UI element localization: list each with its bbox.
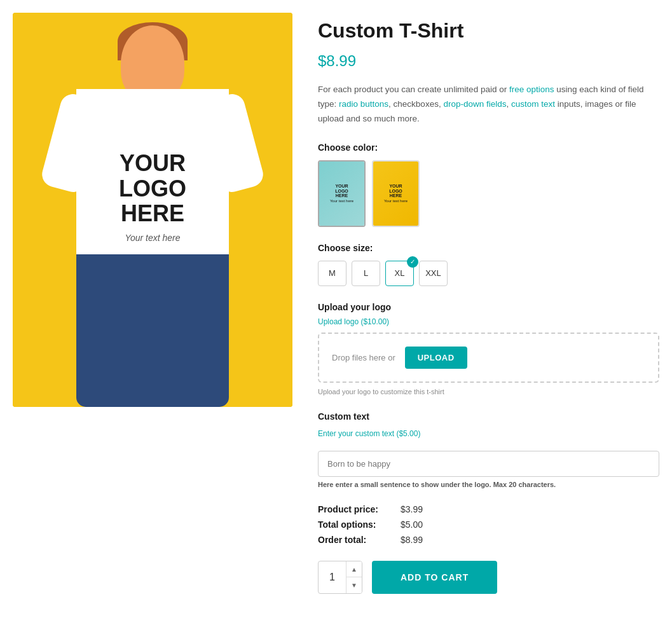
size-btn-xxl[interactable]: XXL [419,261,448,286]
custom-text-price: ($5.00) [396,429,420,438]
radio-link[interactable]: radio buttons [339,99,388,109]
drop-text: Drop files here or [332,353,395,362]
total-options-value: $5.00 [401,519,423,530]
size-label: Choose size: [318,243,659,253]
shirt-text-overlay: YOUR LOGO HERE Your text here [119,151,186,243]
max-chars: 20 [509,481,516,488]
size-btn-xl[interactable]: XL ✓ [385,261,414,286]
size-btn-m[interactable]: M [318,261,346,286]
quantity-controls: ▲ ▼ [346,561,362,593]
product-description: For each product you can create unlimite… [318,83,659,127]
product-price: $8.99 [318,52,659,70]
upload-price: ($10.00) [360,317,389,326]
pricing-summary: Product price: $3.99 Total options: $5.0… [318,504,659,545]
dropdown-link[interactable]: drop-down fields [443,99,506,109]
size-options: M L XL ✓ XXL [318,261,659,286]
color-label: Choose color: [318,142,659,153]
order-total-row: Order total: $8.99 [318,535,659,545]
total-options-label: Total options: [318,519,401,530]
yellow-swatch-inner: YOURLOGOHEREYour text here [373,161,418,226]
order-total-value: $8.99 [401,535,423,545]
product-details: Custom T-Shirt $8.99 For each product yo… [318,13,659,594]
custom-text-input[interactable] [318,451,659,477]
free-options-link[interactable]: free options [509,85,554,94]
upload-button[interactable]: UPLOAD [405,347,467,369]
product-price-value: $3.99 [401,504,423,514]
shirt-logo-text: YOUR LOGO HERE [119,151,186,226]
upload-dropzone[interactable]: Drop files here or UPLOAD [318,333,659,383]
quantity-up-button[interactable]: ▲ [346,561,362,578]
quantity-wrapper: 1 ▲ ▼ [318,561,362,594]
color-swatch-teal[interactable]: YOURLOGOHEREYour text here [318,160,366,227]
upload-section: Upload your logo Upload logo ($10.00) Dr… [318,302,659,395]
custom-text-link[interactable]: custom text [511,99,555,109]
color-swatch-yellow[interactable]: YOURLOGOHEREYour text here [372,160,420,227]
body-shirt: YOUR LOGO HERE Your text here [76,89,229,267]
custom-text-sublabel: Enter your custom text ($5.00) [318,429,659,438]
jeans [76,254,229,407]
shirt-subtext: Your text here [119,232,186,242]
add-to-cart-row: 1 ▲ ▼ ADD TO CART [318,561,659,594]
custom-text-title: Custom text [318,411,659,422]
size-btn-l[interactable]: L [352,261,380,286]
add-to-cart-button[interactable]: ADD TO CART [372,561,497,594]
product-photo: YOUR LOGO HERE Your text here [13,13,292,407]
upload-sublabel: Upload logo ($10.00) [318,317,659,326]
color-swatches: YOURLOGOHEREYour text here YOURLOGOHEREY… [318,160,659,227]
quantity-display: 1 [319,561,346,593]
color-section: Choose color: YOURLOGOHEREYour text here… [318,142,659,227]
total-options-row: Total options: $5.00 [318,519,659,530]
quantity-down-button[interactable]: ▼ [346,577,362,593]
teal-swatch-inner: YOURLOGOHEREYour text here [319,161,364,226]
upload-title: Upload your logo [318,302,659,312]
custom-text-section: Custom text Enter your custom text ($5.0… [318,411,659,488]
size-section: Choose size: M L XL ✓ XXL [318,243,659,286]
product-image-section: YOUR LOGO HERE Your text here [13,13,292,594]
char-hint: Here enter a small sentence to show unde… [318,481,659,488]
person-figure: YOUR LOGO HERE Your text here [45,25,261,407]
order-total-label: Order total: [318,535,401,545]
product-image: YOUR LOGO HERE Your text here [13,13,292,407]
upload-hint: Upload your logo to customize this t-shi… [318,388,659,395]
product-title: Custom T-Shirt [318,19,659,43]
product-price-row: Product price: $3.99 [318,504,659,514]
size-selected-check: ✓ [407,256,418,268]
product-price-label: Product price: [318,504,401,514]
